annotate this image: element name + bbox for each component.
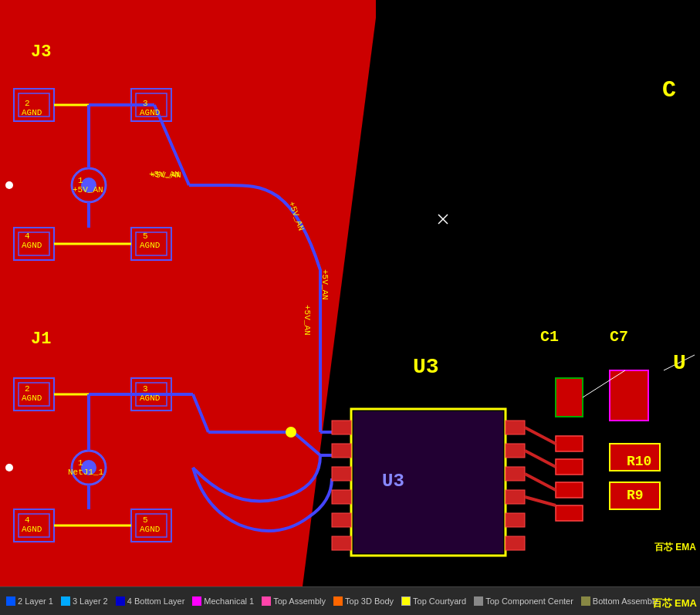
j1-pad4-num: 4	[25, 515, 30, 525]
layer-mech1[interactable]: Mechanical 1	[189, 595, 257, 607]
layer-top-courtyard-label: Top Courtyard	[413, 596, 466, 606]
j3-pad2-num: 2	[25, 99, 30, 108]
layer-bottom-assembly-color	[581, 596, 590, 606]
layer-top-3dbody-label: Top 3D Body	[345, 596, 394, 606]
svg-rect-47	[332, 513, 351, 527]
layer-top-comp-center-color	[474, 596, 483, 606]
layer-mech1-color	[192, 596, 201, 606]
svg-rect-48	[332, 536, 351, 550]
c1-label: C1	[540, 328, 559, 346]
status-bar: 2 Layer 1 3 Layer 2 4 Bottom Layer Mecha…	[0, 586, 700, 615]
layer-2-label: 2 Layer 1	[18, 596, 53, 606]
layer-bottom-color	[116, 596, 125, 606]
layer-bottom-assembly[interactable]: Bottom Assembly	[578, 595, 661, 607]
j1-pad1-num: 1	[78, 458, 83, 468]
j3-pad3-net: AGND	[140, 108, 160, 117]
r10-label: R10	[627, 454, 651, 469]
j3-pad5-num: 5	[143, 231, 148, 241]
layer-top-assembly-color	[262, 596, 271, 606]
layer-bottom-label: 4 Bottom Layer	[127, 596, 185, 606]
j1-pad2-net: AGND	[22, 394, 42, 403]
layer-2-color	[6, 596, 15, 606]
j3-pad1-num: 1	[78, 176, 83, 185]
j1-label: J1	[31, 329, 51, 349]
pcb-board-black	[376, 0, 700, 586]
layer-top-assembly[interactable]: Top Assembly	[259, 595, 329, 607]
layer-mech1-label: Mechanical 1	[204, 596, 254, 606]
svg-rect-44	[332, 444, 351, 458]
layer-top-courtyard[interactable]: Top Courtyard	[398, 595, 469, 607]
u-partial-label: U	[673, 351, 686, 375]
svg-rect-43	[332, 421, 351, 434]
layer-top-3dbody[interactable]: Top 3D Body	[330, 595, 397, 607]
layer-bottom-assembly-label: Bottom Assembly	[593, 596, 658, 606]
layer-3[interactable]: 3 Layer 2	[58, 595, 111, 607]
net-label-5van-1: +5V_AN	[149, 170, 180, 179]
layer-top-3dbody-color	[333, 596, 343, 606]
layer-bottom[interactable]: 4 Bottom Layer	[113, 595, 188, 607]
layer-top-comp-center[interactable]: Top Component Center	[471, 595, 577, 607]
j1-pad2-num: 2	[25, 384, 30, 394]
layer-3-color	[61, 596, 70, 606]
layer-3-label: 3 Layer 2	[73, 596, 108, 606]
j3-pad5-net: AGND	[140, 241, 160, 250]
j1-pad5-num: 5	[143, 515, 148, 525]
pcb-canvas[interactable]: +5V_AN +5V_AN +5V_AN	[0, 0, 700, 586]
c7-label: C7	[610, 328, 628, 346]
layer-top-courtyard-color	[401, 596, 411, 606]
j3-pad3-num: 3	[143, 99, 148, 108]
j3-pad4-net: AGND	[22, 241, 42, 250]
j3-label: J3	[31, 42, 51, 62]
svg-rect-45	[332, 467, 351, 481]
status-bar-logo: 百芯 EMA	[652, 596, 698, 610]
r9-label: R9	[627, 488, 644, 503]
svg-rect-46	[332, 490, 351, 504]
j1-pad3-num: 3	[143, 384, 148, 394]
j1-pad4-net: AGND	[22, 525, 42, 534]
u3-label-inner: U3	[382, 471, 404, 492]
u3-label-top: U3	[413, 355, 439, 379]
j1-pad1-net: NetJ1_1	[68, 468, 103, 477]
net-label-5van-rotated: +5V_AN	[320, 269, 330, 300]
logo-canvas: 百芯 EMA	[654, 541, 696, 554]
j1-pad3-net: AGND	[140, 394, 160, 403]
j1-pad5-net: AGND	[140, 525, 160, 534]
c-partial-label: C	[662, 77, 676, 103]
layer-2[interactable]: 2 Layer 1	[3, 595, 56, 607]
layer-top-assembly-label: Top Assembly	[273, 596, 326, 606]
j3-pad4-num: 4	[25, 231, 30, 241]
layer-top-comp-center-label: Top Component Center	[485, 596, 573, 606]
j3-pad1-net: +5V_AN	[73, 185, 103, 194]
j3-pad2-net: AGND	[22, 108, 42, 117]
